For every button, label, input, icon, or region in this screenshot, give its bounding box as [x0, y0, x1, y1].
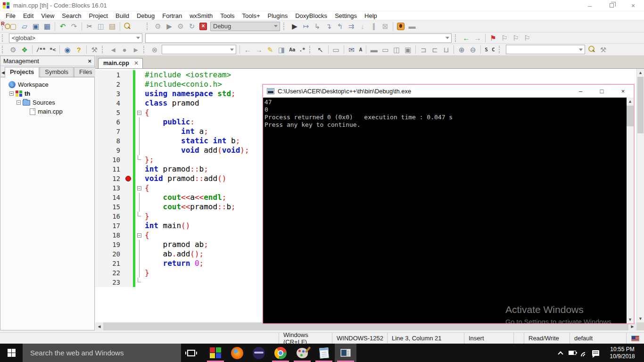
fold-margin[interactable]: − [135, 108, 143, 117]
restore-button[interactable] [601, 0, 622, 11]
build-icon[interactable]: ⚙ [152, 21, 164, 32]
code-text[interactable]: { [143, 183, 149, 193]
tree-item-th[interactable]: −th [0, 89, 94, 98]
scroll-up-icon[interactable]: ▲ [637, 69, 644, 76]
fold-margin[interactable] [135, 240, 143, 249]
doxy-block-comment-icon[interactable]: /** [34, 44, 48, 55]
fold-margin[interactable] [135, 259, 143, 268]
taskbar-search-input[interactable]: Search the web and Windows [23, 344, 181, 362]
line-number[interactable]: 3 [95, 89, 124, 99]
doxy-view-docs-icon[interactable]: ◉ [62, 44, 73, 55]
fold-collapse-icon[interactable]: − [137, 233, 141, 238]
wx-frame-icon[interactable]: A [357, 44, 364, 55]
menu-item-build[interactable]: Build [112, 12, 133, 20]
code-text[interactable]: } [143, 212, 149, 221]
tab-main-cpp[interactable]: main.cpp ✕ [98, 58, 143, 68]
incsearch-highlight-icon[interactable]: ● [119, 44, 130, 55]
code-text[interactable]: #include<conio.h> [143, 80, 222, 89]
taskbar-notepad-button[interactable] [313, 344, 335, 362]
taskbar-codeblocks-button[interactable] [205, 344, 226, 362]
scroll-thumb[interactable] [637, 77, 644, 133]
breakpoint-margin[interactable] [124, 268, 133, 278]
breakpoint-margin[interactable] [124, 193, 133, 202]
fold-margin[interactable] [135, 146, 143, 155]
incsearch-clear-icon[interactable]: ⊗ [149, 44, 160, 55]
menu-item-plugins[interactable]: Plugins [264, 12, 292, 20]
symbol-search-input[interactable] [506, 45, 585, 54]
console-scroll-up-icon[interactable]: ▲ [627, 98, 634, 105]
editor-vertical-scrollbar[interactable]: ▲ ▼ [636, 69, 644, 322]
breakpoint-margin[interactable] [124, 202, 133, 212]
breakpoint-margin[interactable] [124, 146, 133, 155]
break-debugger-icon[interactable]: ∥ [368, 21, 380, 32]
line-number[interactable]: 12 [95, 174, 124, 183]
fold-margin[interactable] [135, 155, 143, 165]
incsearch-input[interactable] [162, 45, 236, 54]
menu-item-doxyblocks[interactable]: DoxyBlocks [291, 12, 331, 20]
breakpoint-margin[interactable] [124, 136, 133, 146]
build-and-run-icon[interactable]: ⚙ [175, 21, 186, 32]
step-out-icon[interactable]: ↰ [334, 21, 346, 32]
fold-margin[interactable] [135, 117, 143, 127]
fold-margin[interactable] [135, 70, 143, 80]
wx-dialog-icon[interactable]: ✉ [346, 44, 357, 55]
collapse-icon[interactable]: − [17, 100, 21, 105]
start-button[interactable] [0, 344, 23, 362]
zoom-in-icon[interactable]: ⊕ [456, 44, 467, 55]
fold-margin[interactable] [135, 278, 143, 287]
open-file-icon[interactable]: ▱ [19, 21, 30, 32]
fold-collapse-icon[interactable]: − [137, 111, 141, 115]
tab-close-icon[interactable]: ✕ [134, 60, 139, 66]
fold-margin[interactable] [135, 136, 143, 146]
taskbar-clock[interactable]: 10:55 PM 10/9/2018 [603, 346, 641, 360]
close-button[interactable]: × [622, 0, 644, 11]
keyboard-layout[interactable] [626, 333, 644, 344]
code-text[interactable]: { [143, 230, 149, 240]
fold-margin[interactable] [135, 127, 143, 136]
wx-sizer1-icon[interactable]: ▬ [368, 44, 380, 55]
menu-item-file[interactable]: File [2, 12, 19, 20]
next-instruction-icon[interactable]: ⇉ [346, 21, 357, 32]
code-text[interactable]: } [143, 268, 149, 278]
save-all-icon[interactable]: ▦ [41, 21, 53, 32]
doxy-settings-icon[interactable]: ⚒ [89, 44, 100, 55]
run-icon[interactable]: ▶ [164, 21, 175, 32]
search-next-icon[interactable]: → [253, 44, 264, 55]
menu-item-help[interactable]: Help [361, 12, 381, 20]
doxy-help-icon[interactable]: ? [73, 44, 84, 55]
battery-status[interactable] [566, 344, 578, 362]
line-number[interactable]: 22 [95, 268, 124, 278]
line-number[interactable]: 17 [95, 221, 124, 230]
scroll-left-icon[interactable]: ◄ [95, 322, 103, 330]
code-text[interactable]: int main() [143, 221, 190, 230]
line-number[interactable]: 7 [95, 127, 124, 136]
breakpoint-margin[interactable] [124, 70, 133, 80]
scope-select[interactable]: <global> [9, 33, 142, 43]
console-maximize-button[interactable]: □ [591, 85, 612, 98]
taskbar-firefox-button[interactable] [226, 344, 248, 362]
breakpoint-margin[interactable] [124, 89, 133, 99]
line-number[interactable]: 2 [95, 80, 124, 89]
taskbar-paint-button[interactable] [291, 344, 313, 362]
menu-item-settings[interactable]: Settings [331, 12, 361, 20]
editor-settings-icon[interactable]: ⚒ [598, 44, 609, 55]
breakpoint-margin[interactable] [124, 230, 133, 240]
breakpoint-icon[interactable] [125, 176, 131, 181]
wx-sizer3-icon[interactable]: ◫ [391, 44, 402, 55]
breakpoint-margin[interactable] [124, 165, 133, 174]
line-number[interactable]: 16 [95, 212, 124, 221]
code-text[interactable]: ab.add(); [143, 249, 204, 259]
incsearch-prev-icon[interactable]: ◄ [107, 44, 119, 55]
doxy-extract-icon[interactable]: ⚙ [8, 44, 19, 55]
tree-item-workspace[interactable]: Workspace [0, 80, 94, 89]
line-number[interactable]: 9 [95, 146, 124, 155]
fold-margin[interactable] [135, 268, 143, 278]
line-number[interactable]: 10 [95, 155, 124, 165]
abort-icon[interactable] [198, 21, 209, 32]
set-flag-icon[interactable]: ⚑ [487, 33, 499, 43]
console-scroll-thumb[interactable] [627, 106, 634, 126]
breakpoint-margin[interactable] [124, 108, 133, 117]
match-case-icon[interactable]: Aa [287, 44, 297, 55]
regex-icon[interactable]: .* [297, 44, 307, 55]
console-close-button[interactable]: × [612, 85, 634, 98]
